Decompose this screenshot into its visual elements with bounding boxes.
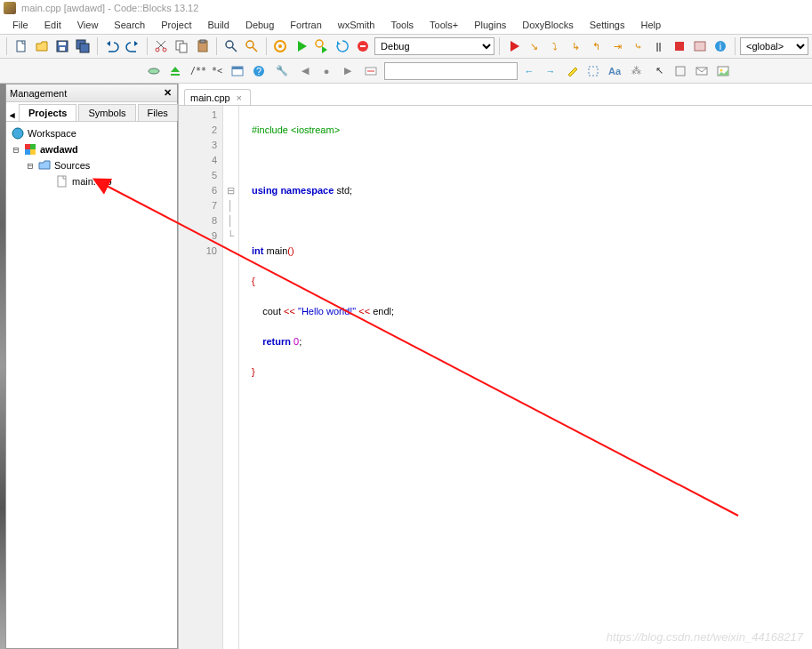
tab-label: main.cpp: [190, 92, 230, 103]
menu-plugins[interactable]: Plugins: [467, 18, 513, 32]
panel-close-icon[interactable]: ✕: [161, 87, 173, 100]
menu-fortran[interactable]: Fortran: [283, 18, 328, 32]
fold-icon[interactable]: ⊟: [223, 183, 238, 198]
tab-projects[interactable]: Projects: [19, 104, 76, 121]
paste-icon[interactable]: [193, 36, 212, 56]
build-target-combo[interactable]: Debug: [374, 37, 494, 55]
menu-settings[interactable]: Settings: [583, 18, 632, 32]
step-instr-icon[interactable]: ⤷: [629, 36, 647, 56]
svg-text:i: i: [720, 41, 721, 52]
menu-debug[interactable]: Debug: [238, 18, 281, 32]
help-icon[interactable]: ?: [249, 61, 269, 81]
eject-icon[interactable]: [165, 61, 185, 81]
tab-symbols[interactable]: Symbols: [78, 104, 135, 121]
management-panel: Management ✕ ◂ Projects Symbols Files ▸ …: [5, 84, 178, 649]
step-out-icon[interactable]: ↰: [587, 36, 606, 56]
menu-search[interactable]: Search: [107, 18, 152, 32]
forward-icon[interactable]: ▶: [338, 61, 358, 81]
debug-windows-icon[interactable]: [690, 36, 709, 56]
stop-debug-icon[interactable]: [670, 36, 688, 56]
menu-tools[interactable]: Tools: [383, 18, 421, 32]
abort-icon[interactable]: [354, 36, 373, 56]
nav-fwd-icon[interactable]: →: [541, 61, 560, 81]
svg-rect-3: [60, 47, 65, 51]
folder-open-icon: [37, 159, 52, 172]
tree-file-main[interactable]: main.cpp: [8, 173, 175, 189]
svg-rect-36: [25, 144, 30, 149]
next-line-icon[interactable]: ⤵: [546, 36, 565, 56]
svg-text:?: ?: [256, 66, 261, 76]
run-icon[interactable]: [292, 36, 310, 56]
comment-icon[interactable]: /** *<: [189, 61, 224, 81]
svg-point-7: [163, 48, 166, 52]
menu-file[interactable]: File: [5, 18, 36, 32]
redo-icon[interactable]: [123, 36, 141, 56]
picture-icon[interactable]: [713, 61, 733, 81]
find-icon[interactable]: [221, 36, 240, 56]
cut-icon[interactable]: [152, 36, 171, 56]
back-icon[interactable]: ◀: [295, 61, 315, 81]
menu-edit[interactable]: Edit: [37, 18, 68, 32]
build-icon[interactable]: [271, 36, 290, 56]
menu-toolsplus[interactable]: Tools+: [422, 18, 465, 32]
project-icon: [23, 143, 37, 156]
app-icon: [4, 2, 16, 14]
source-text[interactable]: #include <iostream> using namespace std;…: [239, 106, 394, 649]
scope-combo[interactable]: <global>: [740, 37, 808, 55]
disc-icon[interactable]: [144, 61, 164, 81]
menu-help[interactable]: Help: [633, 18, 668, 32]
nav-back-icon[interactable]: ←: [519, 61, 539, 81]
mail-icon[interactable]: [692, 61, 712, 81]
home-icon[interactable]: ●: [317, 61, 336, 81]
editor-tab-main[interactable]: main.cpp ×: [184, 89, 251, 106]
save-all-icon[interactable]: [74, 36, 92, 56]
svg-point-15: [278, 44, 282, 48]
svg-rect-2: [59, 42, 66, 45]
menu-wxsmith[interactable]: wxSmith: [331, 18, 382, 32]
debug-start-icon[interactable]: [504, 36, 523, 56]
run-to-cursor-icon[interactable]: ↘: [525, 36, 543, 56]
title-text: main.cpp [awdawd] - Code::Blocks 13.12: [21, 3, 198, 13]
menu-view[interactable]: View: [70, 18, 106, 32]
collapse-icon[interactable]: ⊟: [26, 160, 35, 172]
box-icon[interactable]: [671, 61, 690, 81]
build-run-icon[interactable]: [312, 36, 331, 56]
menu-build[interactable]: Build: [200, 18, 236, 32]
cursor-icon[interactable]: ↖: [649, 61, 669, 81]
regex-icon[interactable]: ⁂: [626, 61, 646, 81]
titlebar: main.cpp [awdawd] - Code::Blocks 13.12: [0, 0, 812, 16]
menu-project[interactable]: Project: [154, 18, 198, 32]
tree-sources-folder[interactable]: ⊟ Sources: [8, 157, 175, 173]
undo-icon[interactable]: [102, 36, 121, 56]
next-instr-icon[interactable]: ⇥: [607, 36, 626, 56]
copy-icon[interactable]: [173, 36, 191, 56]
collapse-icon[interactable]: ⊟: [12, 144, 20, 156]
window-icon[interactable]: [228, 61, 247, 81]
new-file-icon[interactable]: [12, 36, 30, 56]
svg-point-13: [246, 41, 253, 48]
highlight-icon[interactable]: [562, 61, 582, 81]
svg-rect-11: [200, 40, 205, 43]
tree-project[interactable]: ⊟ awdawd: [8, 141, 175, 157]
break-icon[interactable]: ||: [649, 36, 668, 56]
search-input[interactable]: [384, 62, 518, 80]
open-icon[interactable]: [32, 36, 51, 56]
tree-workspace[interactable]: Workspace: [8, 125, 175, 141]
select-icon[interactable]: [583, 61, 603, 81]
wrench-icon[interactable]: 🔧: [272, 61, 292, 81]
last-jump-icon[interactable]: [361, 61, 381, 81]
tab-files[interactable]: Files: [138, 104, 178, 121]
step-into-icon[interactable]: ↳: [567, 36, 585, 56]
menu-doxyblocks[interactable]: DoxyBlocks: [515, 18, 580, 32]
info-icon[interactable]: i: [712, 36, 730, 56]
svg-rect-38: [25, 149, 30, 155]
tab-scroll-left-icon[interactable]: ◂: [8, 109, 17, 121]
rebuild-icon[interactable]: [334, 36, 352, 56]
save-icon[interactable]: [53, 36, 72, 56]
svg-rect-39: [30, 149, 36, 155]
svg-rect-5: [80, 44, 89, 52]
code-editor[interactable]: 12345678910 ⊟││└ #include <iostream> usi…: [179, 105, 812, 649]
case-icon[interactable]: Aa: [605, 61, 624, 81]
tab-close-icon[interactable]: ×: [234, 92, 245, 103]
replace-icon[interactable]: [243, 36, 261, 56]
